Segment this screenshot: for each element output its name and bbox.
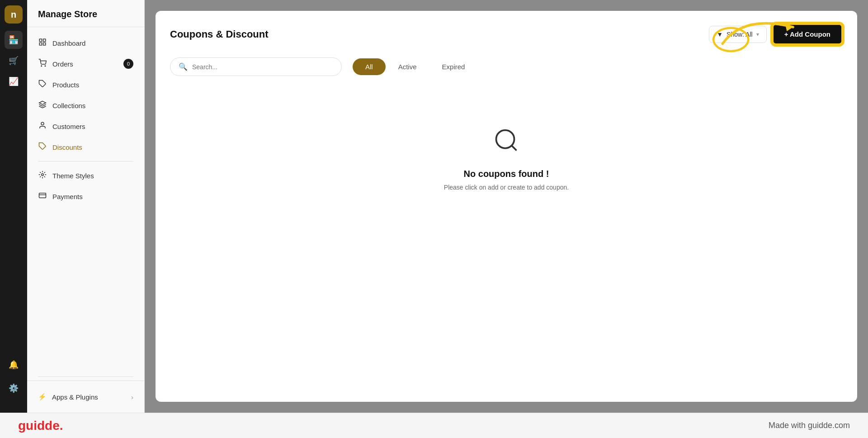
sidebar-item-discounts[interactable]: Discounts — [27, 137, 144, 157]
sidebar-item-label: Customers — [52, 123, 85, 130]
orders-icon — [38, 59, 47, 69]
sidebar-item-payments[interactable]: Payments — [27, 186, 144, 207]
sidebar-item-customers[interactable]: Customers — [27, 116, 144, 137]
sidebar-item-label: Discounts — [52, 143, 82, 151]
svg-point-10 — [42, 174, 44, 176]
sidebar-item-apps-plugins[interactable]: ⚡ Apps & Plugins › — [38, 388, 133, 405]
sidebar-item-theme-styles[interactable]: Theme Styles — [27, 165, 144, 186]
sidebar-footer-divider — [38, 376, 133, 377]
icon-nav-store[interactable]: 🏪 — [5, 31, 23, 49]
header-actions: ▼ Show: All ▾ + Add Coupon — [709, 24, 843, 45]
content-header: Coupons & Discount ▼ Show: All ▾ + Add C… — [170, 24, 843, 45]
main-content-area: Coupons & Discount ▼ Show: All ▾ + Add C… — [145, 0, 868, 413]
dashboard-icon — [38, 38, 47, 48]
sidebar-item-label: Collections — [52, 102, 85, 110]
icon-nav-shop[interactable]: 🛒 — [5, 52, 23, 70]
svg-rect-1 — [43, 39, 46, 41]
svg-point-13 — [496, 130, 514, 148]
svg-point-8 — [41, 122, 44, 125]
svg-point-5 — [45, 66, 46, 67]
empty-subtitle: Please click on add or create to add cou… — [444, 184, 569, 191]
filter-dropdown[interactable]: ▼ Show: All ▾ — [709, 26, 766, 43]
filter-label: Show: All — [726, 31, 753, 38]
sidebar-item-dashboard[interactable]: Dashboard — [27, 33, 144, 53]
icon-nav-notifications[interactable]: 🔔 — [5, 356, 23, 374]
icon-sidebar: n 🏪 🛒 📈 🔔 ⚙️ — [0, 0, 27, 413]
products-icon — [38, 80, 47, 90]
add-coupon-label: + Add Coupon — [784, 30, 830, 38]
content-area: Coupons & Discount ▼ Show: All ▾ + Add C… — [156, 11, 857, 402]
payments-icon — [38, 191, 47, 201]
guidde-logo: guidde. — [18, 419, 63, 433]
svg-line-14 — [512, 146, 517, 151]
svg-point-4 — [41, 66, 42, 67]
filter-chevron-icon: ▾ — [756, 31, 759, 38]
tab-all[interactable]: All — [353, 58, 386, 75]
search-input[interactable] — [192, 63, 333, 71]
sidebar-item-label: Theme Styles — [52, 172, 94, 180]
sidebar-nav: Dashboard Orders 0 Products Collections — [27, 27, 144, 373]
discounts-icon — [38, 142, 47, 152]
sidebar-header: Manage Store — [27, 0, 144, 27]
sidebar-item-label: Payments — [52, 193, 83, 200]
search-icon: 🔍 — [179, 62, 188, 71]
sidebar-item-label: Dashboard — [52, 39, 85, 47]
icon-nav-analytics[interactable]: 📈 — [5, 72, 23, 90]
sidebar-divider — [38, 161, 133, 162]
empty-title: No coupons found ! — [464, 169, 549, 179]
apps-icon: ⚡ — [38, 393, 47, 401]
sidebar-item-products[interactable]: Products — [27, 74, 144, 95]
tab-active[interactable]: Active — [386, 58, 429, 75]
empty-search-icon — [493, 127, 520, 160]
app-logo-icon[interactable]: n — [5, 5, 23, 24]
sidebar-item-label: Products — [52, 81, 79, 89]
made-with-text: Made with guidde.com — [769, 421, 850, 430]
add-coupon-button[interactable]: + Add Coupon — [772, 24, 843, 45]
svg-marker-7 — [39, 101, 46, 105]
sidebar-item-label: Orders — [52, 60, 73, 68]
guidde-logo-text: guidde. — [18, 419, 63, 433]
page-title: Coupons & Discount — [170, 29, 269, 40]
sidebar-footer: ⚡ Apps & Plugins › — [27, 381, 144, 413]
svg-rect-2 — [39, 43, 42, 45]
icon-nav-settings[interactable]: ⚙️ — [5, 379, 23, 397]
filter-icon: ▼ — [717, 31, 723, 38]
filter-tabs: 🔍 All Active Expired — [170, 57, 843, 76]
svg-rect-11 — [39, 193, 46, 198]
svg-rect-3 — [43, 43, 46, 45]
collections-icon — [38, 100, 47, 110]
theme-icon — [38, 171, 47, 181]
sidebar-footer-label: Apps & Plugins — [52, 393, 98, 401]
customers-icon — [38, 121, 47, 131]
svg-rect-0 — [39, 39, 42, 41]
nav-sidebar: Manage Store Dashboard Orders 0 Products — [27, 0, 145, 413]
bottom-bar: guidde. Made with guidde.com — [0, 413, 868, 438]
sidebar-item-orders[interactable]: Orders 0 — [27, 53, 144, 74]
search-box[interactable]: 🔍 — [170, 57, 342, 76]
empty-state: No coupons found ! Please click on add o… — [170, 90, 843, 227]
chevron-right-icon: › — [131, 393, 133, 401]
tab-expired[interactable]: Expired — [429, 58, 478, 75]
sidebar-item-collections[interactable]: Collections — [27, 95, 144, 116]
orders-badge: 0 — [123, 59, 133, 69]
